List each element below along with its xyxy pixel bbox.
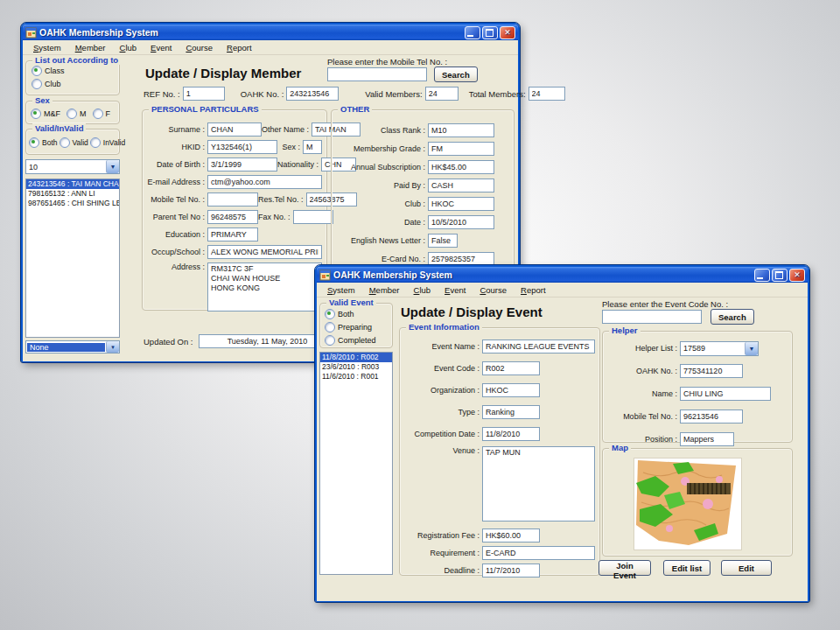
education-field[interactable] [207, 228, 258, 242]
ecard-field[interactable] [428, 252, 494, 266]
maximize-icon[interactable] [482, 26, 498, 39]
chevron-down-icon[interactable]: ▼ [745, 342, 758, 355]
paid-by-field[interactable] [428, 178, 494, 192]
radio-m[interactable]: M [66, 108, 87, 119]
search-input[interactable] [602, 310, 702, 324]
class-rank-field[interactable] [428, 123, 494, 137]
helper-name-label: Name : [607, 389, 680, 398]
radio-preparing[interactable]: Preparing [325, 322, 392, 332]
search-button[interactable]: Search [434, 66, 478, 82]
close-icon[interactable]: ✕ [789, 269, 805, 282]
helper-position-field[interactable] [680, 432, 734, 446]
search-input[interactable] [327, 67, 427, 81]
member-list-item[interactable]: 987651465 : CHI SHING LEE [26, 199, 119, 208]
valid-members-field[interactable] [425, 87, 458, 101]
parent-tel-field[interactable] [207, 210, 258, 224]
menu-item[interactable]: Event [144, 42, 178, 53]
club-field[interactable] [428, 197, 494, 211]
chevron-down-icon[interactable]: ▼ [106, 160, 119, 173]
oahk-no-field[interactable] [286, 87, 339, 101]
menu-item[interactable]: System [320, 284, 362, 296]
menu-item[interactable]: Club [407, 284, 438, 296]
membership-grade-field[interactable] [428, 142, 494, 156]
radio-valid[interactable]: Valid [60, 137, 88, 148]
radio-club[interactable]: Club [32, 79, 119, 89]
radio-f[interactable]: F [93, 108, 111, 119]
maximize-icon[interactable] [772, 269, 788, 282]
group-title: OTHER [338, 104, 372, 114]
event-code-field[interactable] [482, 361, 540, 375]
event-name-field[interactable] [482, 340, 595, 354]
event-client-area: Valid Event Both Preparing Completed 11/… [317, 298, 808, 601]
chevron-down-icon[interactable]: ▾ [106, 341, 119, 353]
event-list-item[interactable]: 11/6/2010 : R001 [320, 372, 392, 382]
address-field[interactable]: RM317C 3F CHAI WAN HOUSE HONG KONG [207, 262, 322, 312]
menu-item[interactable]: Event [438, 284, 472, 296]
competition-date-label: Competition Date : [404, 430, 482, 438]
minimize-icon[interactable] [465, 26, 480, 39]
radio-both[interactable]: Both [325, 309, 392, 319]
other-group: OTHER Class Rank : Membership Grade : An… [331, 109, 514, 270]
helper-mobile-field[interactable] [680, 410, 743, 424]
close-icon[interactable]: ✕ [500, 26, 515, 39]
personal-particulars-group: PERSONAL PARTICULARS Surname : Other Nam… [142, 109, 327, 311]
type-field[interactable] [482, 405, 540, 419]
menu-item[interactable]: Member [362, 284, 407, 296]
list-according-group: List out According to Class Club [25, 60, 120, 95]
menu-item[interactable]: Report [220, 42, 259, 53]
venue-field[interactable]: TAP MUN [482, 446, 595, 522]
sex-field[interactable] [303, 140, 322, 154]
ref-no-field[interactable] [183, 87, 225, 101]
event-list[interactable]: 11/8/2010 : R00223/6/2010 : R00311/6/201… [319, 352, 393, 575]
group-title: Valid/InValid [32, 123, 86, 133]
bottom-combobox[interactable]: None ▾ [25, 340, 120, 354]
member-list-item[interactable]: 798165132 : ANN LI [26, 189, 119, 199]
menu-item[interactable]: Course [178, 42, 220, 53]
newsletter-field[interactable] [428, 234, 458, 248]
search-button[interactable]: Search [710, 309, 754, 325]
menu-item[interactable]: Course [472, 284, 514, 296]
occup-school-field[interactable] [207, 245, 322, 259]
menu-item[interactable]: Report [514, 284, 553, 296]
total-members-field[interactable] [528, 87, 565, 101]
deadline-field[interactable] [482, 564, 540, 578]
helper-name-field[interactable] [680, 387, 771, 401]
requirement-field[interactable] [482, 546, 595, 560]
event-map-image [634, 458, 741, 550]
minimize-icon[interactable] [754, 269, 770, 282]
competition-date-field[interactable] [482, 427, 540, 441]
event-titlebar[interactable]: OAHK Membership System ✕ [317, 267, 808, 283]
mobile-tel-field[interactable] [207, 192, 258, 206]
event-list-item[interactable]: 23/6/2010 : R003 [320, 362, 392, 372]
email-field[interactable] [207, 175, 322, 189]
fax-field[interactable] [293, 210, 333, 224]
hkid-field[interactable] [207, 140, 277, 154]
helper-oahk-field[interactable] [680, 364, 743, 378]
radio-both[interactable]: Both [29, 137, 58, 148]
member-list-item[interactable]: 243213546 : TAI MAN CHAN [26, 179, 119, 189]
registration-fee-field[interactable] [482, 528, 540, 542]
member-list[interactable]: 243213546 : TAI MAN CHAN798165132 : ANN … [25, 178, 120, 338]
menu-item[interactable]: System [26, 42, 68, 53]
helper-list-combobox[interactable]: 17589 ▼ [680, 341, 759, 356]
radio-mf[interactable]: M&F [31, 108, 60, 119]
date-field[interactable] [428, 215, 494, 229]
menu-item[interactable]: Club [113, 42, 144, 53]
surname-field[interactable] [207, 122, 262, 136]
join-event-button[interactable]: Join Event [598, 560, 651, 576]
dob-field[interactable] [207, 158, 277, 172]
member-titlebar[interactable]: OAHK Membership System ✕ [23, 24, 518, 40]
menu-item[interactable]: Member [68, 42, 113, 53]
organization-field[interactable] [482, 383, 540, 397]
radio-completed[interactable]: Completed [325, 335, 392, 346]
radio-icon [60, 137, 70, 148]
event-menubar: SystemMemberClubEventCourseReport [317, 283, 808, 298]
radio-class[interactable]: Class [32, 66, 119, 76]
radio-invalid[interactable]: InValid [90, 137, 125, 148]
annual-subscription-field[interactable] [428, 160, 494, 174]
event-list-item[interactable]: 11/8/2010 : R002 [320, 353, 392, 362]
edit-list-button[interactable]: Edit list [663, 560, 710, 576]
edit-button[interactable]: Edit [721, 560, 772, 576]
page-size-combobox[interactable]: 10 ▼ [25, 159, 120, 174]
club-label: Club : [336, 200, 428, 208]
